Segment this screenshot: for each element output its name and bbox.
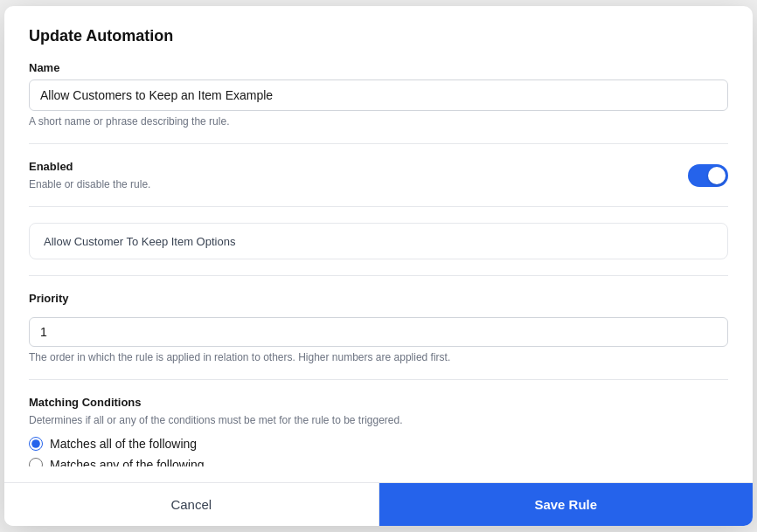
radio-any[interactable]: Matches any of the following <box>29 458 728 466</box>
radio-all-label: Matches all of the following <box>50 437 197 451</box>
radio-group: Matches all of the following Matches any… <box>29 437 728 466</box>
name-input[interactable] <box>29 79 728 111</box>
modal-footer: Cancel Save Rule <box>4 482 753 526</box>
cancel-button[interactable]: Cancel <box>4 483 379 526</box>
toggle-thumb <box>708 167 726 184</box>
matching-label: Matching Conditions <box>29 396 728 409</box>
update-automation-modal: Update Automation Name A short name or p… <box>4 6 753 526</box>
enabled-section: Enabled Enable or disable the rule. <box>29 160 728 190</box>
enabled-helper: Enable or disable the rule. <box>29 178 150 190</box>
matching-conditions-section: Matching Conditions Determines if all or… <box>29 396 728 466</box>
priority-helper: The order in which the rule is applied i… <box>29 351 728 363</box>
name-label: Name <box>29 61 728 74</box>
allow-customer-label: Allow Customer To Keep Item Options <box>44 235 235 248</box>
divider-4 <box>29 379 728 380</box>
radio-any-label: Matches any of the following <box>50 458 205 466</box>
divider-2 <box>29 206 728 207</box>
radio-all[interactable]: Matches all of the following <box>29 437 728 451</box>
priority-label: Priority <box>29 292 728 305</box>
enabled-label: Enabled <box>29 160 150 173</box>
priority-section: Priority The order in which the rule is … <box>29 292 728 363</box>
divider-1 <box>29 143 728 144</box>
allow-customer-box: Allow Customer To Keep Item Options <box>29 223 728 259</box>
save-rule-button[interactable]: Save Rule <box>379 483 754 526</box>
modal-body: Update Automation Name A short name or p… <box>4 6 753 466</box>
radio-all-input[interactable] <box>29 437 43 451</box>
divider-3 <box>29 275 728 276</box>
enabled-toggle[interactable] <box>688 164 728 187</box>
modal-title: Update Automation <box>29 27 728 45</box>
toggle-track <box>688 164 728 187</box>
name-section: Name A short name or phrase describing t… <box>29 61 728 128</box>
radio-any-input[interactable] <box>29 458 43 466</box>
priority-input[interactable] <box>29 317 728 347</box>
enabled-text-group: Enabled Enable or disable the rule. <box>29 160 150 190</box>
name-helper: A short name or phrase describing the ru… <box>29 115 728 128</box>
matching-helper: Determines if all or any of the conditio… <box>29 414 728 426</box>
